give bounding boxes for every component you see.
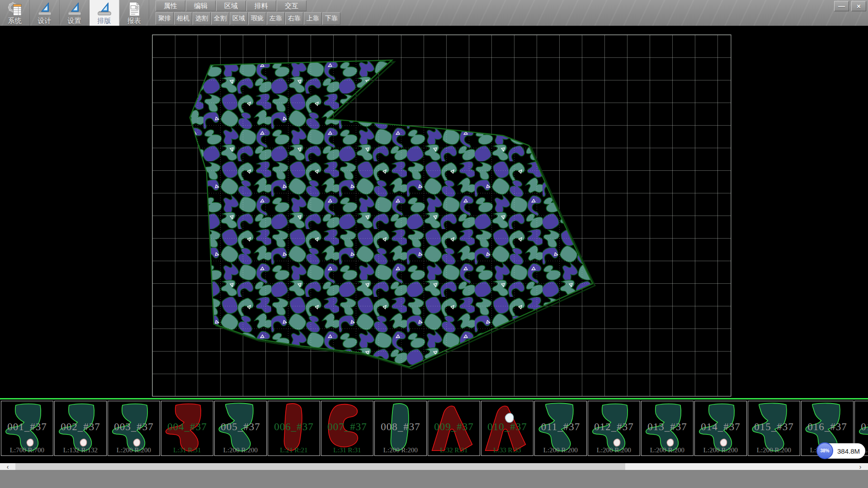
piece-lr-label: L:200 R:200	[108, 446, 160, 454]
bottom-status-area	[0, 470, 868, 488]
ribbon-label: 排版	[98, 17, 111, 24]
piece-cell[interactable]: 007_#37 L:31 R:31	[321, 401, 373, 456]
piece-id-label: 017_#37	[855, 421, 868, 433]
tool-button[interactable]: 右靠	[285, 12, 303, 25]
tool-button[interactable]: 区域	[230, 12, 248, 25]
ribbon-icon	[127, 1, 142, 17]
piece-id-label: 011_#37	[535, 421, 586, 433]
piece-id-label: 008_#37	[375, 421, 426, 433]
ribbon-icon	[37, 1, 52, 17]
piece-lr-label: L:132 R:132	[55, 446, 106, 454]
piece-id-label: 014_#37	[695, 421, 746, 433]
piece-lr-label: L:31 R:31	[161, 446, 213, 454]
piece-id-label: 013_#37	[642, 421, 693, 433]
piece-lr-label: L:21 R:21	[268, 446, 320, 454]
percent-circle: 38%	[816, 442, 833, 459]
nesting-canvas[interactable]	[0, 26, 868, 398]
close-button[interactable]: ×	[851, 1, 866, 11]
piece-id-label: 001_#37	[1, 421, 53, 433]
piece-cell[interactable]: 011_#37 L:200 R:200	[534, 401, 587, 456]
minimize-button[interactable]: —	[834, 1, 849, 11]
ribbon-tabs: 系统 设计 设置 排版 报表	[0, 0, 149, 26]
tool-button[interactable]: 聚排	[156, 12, 174, 25]
ribbon-button[interactable]: 系统	[0, 0, 30, 26]
ribbon-button[interactable]: 报表	[119, 0, 149, 26]
piece-id-label: 006_#37	[268, 421, 320, 433]
piece-id-label: 010_#37	[481, 421, 533, 433]
piece-lr-label: L:200 R:200	[535, 446, 586, 454]
piece-id-label: 007_#37	[321, 421, 373, 433]
tool-button[interactable]: 瑕疵	[248, 12, 266, 25]
piece-cell[interactable]: 006_#37 L:21 R:21	[268, 401, 320, 456]
menu-row: 属性 编辑 区域 排料 交互	[156, 0, 307, 12]
piece-cell[interactable]: 013_#37 L:200 R:200	[641, 401, 693, 456]
tool-button[interactable]: 相机	[174, 12, 192, 25]
menu-button[interactable]: 区域	[216, 0, 246, 11]
window-controls: — ×	[834, 1, 866, 11]
ribbon-button[interactable]: 排版	[90, 0, 119, 26]
menu-button[interactable]: 交互	[277, 0, 307, 11]
piece-id-label: 012_#37	[588, 421, 640, 433]
piece-id-label: 005_#37	[215, 421, 266, 433]
tool-button[interactable]: 左靠	[267, 12, 285, 25]
menu-button[interactable]: 属性	[156, 0, 185, 11]
piece-lr-label: L:200 R:200	[215, 446, 266, 454]
piece-id-label: 003_#37	[108, 421, 160, 433]
ribbon-icon	[67, 1, 82, 17]
menu-button[interactable]: 排料	[246, 0, 276, 11]
scrollbar-thumb[interactable]	[15, 463, 625, 470]
piece-id-label: 016_#37	[802, 421, 853, 433]
ribbon-label: 系统	[8, 17, 22, 24]
piece-cell[interactable]: 012_#37 L:200 R:200	[588, 401, 640, 456]
canvas-svg	[0, 26, 868, 398]
piece-lr-label: L:200 R:200	[748, 446, 800, 454]
piece-lr-label: L:200 R:200	[588, 446, 640, 454]
scroll-left-arrow-icon[interactable]: ‹	[0, 463, 15, 470]
piece-lr-label: L:700 R:700	[1, 446, 53, 454]
strip-divider-line	[0, 398, 868, 399]
piece-lr-label: L:200 R:200	[375, 446, 426, 454]
piece-cell[interactable]: 003_#37 L:200 R:200	[108, 401, 160, 456]
piece-cell[interactable]: 001_#37 L:700 R:700	[1, 401, 53, 456]
piece-lr-label: L:33 R:33	[481, 446, 533, 454]
horizontal-scrollbar[interactable]: ‹ ›	[0, 463, 868, 470]
toolbar: 系统 设计 设置 排版 报表	[0, 0, 868, 26]
ribbon-label: 设计	[38, 17, 52, 24]
piece-id-label: 015_#37	[748, 421, 800, 433]
piece-cell[interactable]: 004_#37 L:31 R:31	[161, 401, 213, 456]
piece-cell[interactable]: 008_#37 L:200 R:200	[374, 401, 427, 456]
tool-row: 聚排 相机 选割 全割 区域 瑕疵 左靠 右靠 上靠 下靠	[156, 12, 341, 25]
piece-id-label: 002_#37	[55, 421, 106, 433]
piece-strip: 001_#37 L:700 R:700 002_#37 L:132 R:132 …	[0, 401, 868, 457]
piece-id-label: 009_#37	[428, 421, 480, 433]
piece-lr-label: L:32 R:31	[428, 446, 480, 454]
tool-button[interactable]: 下靠	[322, 12, 340, 25]
piece-lr-label: L:200 R:200	[695, 446, 746, 454]
ribbon-label: 报表	[127, 17, 141, 24]
piece-id-label: 004_#37	[161, 421, 213, 433]
ribbon-label: 设置	[68, 17, 81, 24]
piece-cell[interactable]: 009_#37 L:32 R:31	[428, 401, 480, 456]
piece-cell[interactable]: 014_#37 L:200 R:200	[694, 401, 747, 456]
tool-button[interactable]: 上靠	[304, 12, 322, 25]
status-badge[interactable]: 384.8M 38%	[816, 443, 865, 459]
piece-lr-label: L:31 R:31	[321, 446, 373, 454]
memory-value: 384.8M	[837, 447, 860, 455]
piece-cell[interactable]: 002_#37 L:132 R:132	[54, 401, 107, 456]
app-window: 系统 设计 设置 排版 报表	[0, 0, 868, 488]
scroll-right-arrow-icon[interactable]: ›	[853, 463, 868, 470]
ribbon-button[interactable]: 设置	[60, 0, 90, 26]
piece-lr-label: L:200 R:200	[642, 446, 693, 454]
ribbon-icon	[97, 1, 112, 17]
tool-button[interactable]: 选割	[193, 12, 211, 25]
ribbon-icon	[7, 1, 23, 17]
piece-cell[interactable]: 010_#37 L:33 R:33	[481, 401, 533, 456]
menu-button[interactable]: 编辑	[186, 0, 216, 11]
percent-value: 38%	[820, 448, 829, 453]
piece-cell[interactable]: 005_#37 L:200 R:200	[214, 401, 267, 456]
piece-cell[interactable]: 015_#37 L:200 R:200	[748, 401, 800, 456]
ribbon-button[interactable]: 设计	[30, 0, 60, 26]
tool-button[interactable]: 全割	[211, 12, 229, 25]
